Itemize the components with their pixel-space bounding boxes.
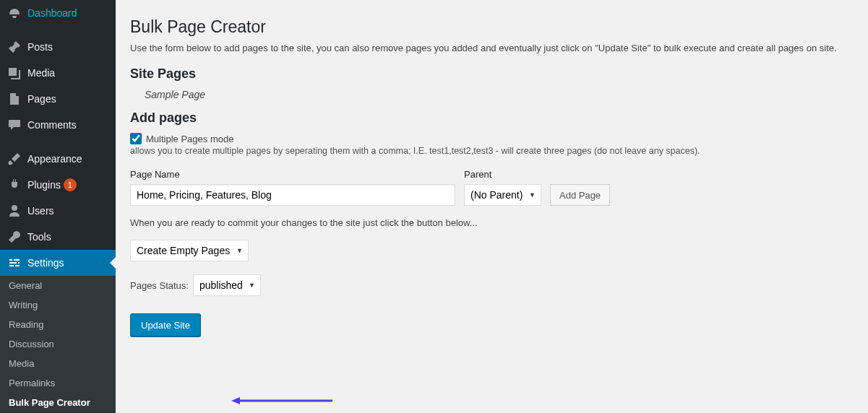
submenu-media[interactable]: Media <box>0 354 116 373</box>
sidebar-item-media[interactable]: Media <box>0 60 116 86</box>
submenu-discussion[interactable]: Discussion <box>0 334 116 354</box>
submenu-general[interactable]: General <box>0 276 116 295</box>
create-mode-select[interactable]: Create Empty Pages <box>130 240 249 261</box>
add-page-button[interactable]: Add Page <box>550 184 610 206</box>
sidebar-item-tools[interactable]: Tools <box>0 224 116 250</box>
pages-icon <box>7 92 22 106</box>
update-badge: 1 <box>64 178 77 191</box>
add-pages-heading: Add pages <box>130 110 854 126</box>
pages-status-select[interactable]: published <box>193 274 261 296</box>
parent-select[interactable]: (No Parent) <box>464 184 541 206</box>
sidebar-item-pages[interactable]: Pages <box>0 86 116 112</box>
sidebar-item-label: Media <box>27 67 55 79</box>
dashboard-icon <box>7 6 22 20</box>
sidebar-item-label: Tools <box>27 231 51 243</box>
sidebar-item-dashboard[interactable]: Dashboard <box>0 0 116 26</box>
sidebar-item-label: Dashboard <box>27 7 77 19</box>
page-title: Bulk Page Creator <box>130 17 854 37</box>
sample-page-item: Sample Page <box>130 89 854 100</box>
sidebar-item-label: Settings <box>27 257 64 269</box>
sidebar-item-label: Posts <box>27 41 53 53</box>
admin-sidebar: Dashboard Posts Media Pages Comments App… <box>0 0 116 413</box>
sidebar-item-posts[interactable]: Posts <box>0 34 116 60</box>
plug-icon <box>7 178 22 192</box>
sidebar-item-label: Comments <box>27 119 77 131</box>
multiple-pages-hint: allows you to create multiple pages by s… <box>130 146 854 156</box>
page-name-input[interactable] <box>130 184 455 206</box>
pin-icon <box>7 40 22 54</box>
wrench-icon <box>7 230 22 244</box>
sidebar-item-label: Pages <box>27 93 56 105</box>
user-icon <box>7 204 22 218</box>
comment-icon <box>7 118 22 132</box>
sidebar-item-plugins[interactable]: Plugins 1 <box>0 172 116 198</box>
multiple-pages-label: Multiple Pages mode <box>146 134 233 144</box>
svg-marker-1 <box>231 397 240 404</box>
page-name-label: Page Name <box>130 169 455 180</box>
site-pages-heading: Site Pages <box>130 66 854 82</box>
pages-status-label: Pages Status: <box>130 280 189 291</box>
brush-icon <box>7 152 22 166</box>
sidebar-item-label: Plugins <box>27 179 61 191</box>
parent-label: Parent <box>464 169 541 180</box>
sidebar-item-settings[interactable]: Settings <box>0 250 116 276</box>
submenu-permalinks[interactable]: Permalinks <box>0 373 116 393</box>
sidebar-item-label: Users <box>27 205 54 217</box>
multiple-pages-checkbox[interactable] <box>130 133 142 144</box>
submenu-bulk-page-creator[interactable]: Bulk Page Creator <box>0 393 116 412</box>
main-content: Bulk Page Creator Use the form below to … <box>116 0 868 413</box>
submenu-writing[interactable]: Writing <box>0 295 116 315</box>
sidebar-item-label: Appearance <box>27 153 82 165</box>
sliders-icon <box>7 256 22 270</box>
settings-submenu: General Writing Reading Discussion Media… <box>0 276 116 412</box>
commit-note: When you are ready to commit your change… <box>130 217 854 228</box>
annotation-arrow <box>231 396 332 403</box>
update-site-button[interactable]: Update Site <box>130 313 201 336</box>
media-icon <box>7 66 22 80</box>
intro-text: Use the form below to add pages to the s… <box>130 43 854 53</box>
submenu-reading[interactable]: Reading <box>0 315 116 334</box>
sidebar-item-users[interactable]: Users <box>0 198 116 224</box>
sidebar-item-appearance[interactable]: Appearance <box>0 146 116 172</box>
sidebar-item-comments[interactable]: Comments <box>0 112 116 138</box>
